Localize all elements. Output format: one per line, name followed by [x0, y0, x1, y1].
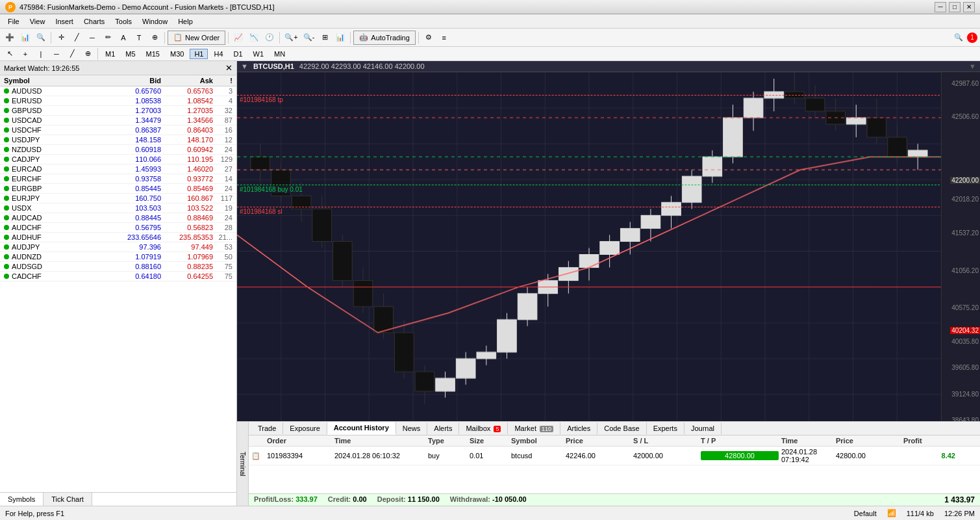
menu-charts[interactable]: Charts	[79, 16, 110, 27]
mw-row-usdchf[interactable]: USDCHF 0.86387 0.86403 16	[0, 125, 236, 135]
tab-account-history[interactable]: Account History	[327, 422, 396, 435]
tf-m15[interactable]: M15	[142, 49, 164, 59]
tf-mn[interactable]: MN	[270, 49, 290, 59]
text-button[interactable]: A	[116, 31, 131, 45]
mw-row-eurusd[interactable]: EURUSD 1.08538 1.08542 4	[0, 96, 236, 106]
mw-row-eurjpy[interactable]: EURJPY 160.750 160.867 117	[0, 194, 236, 203]
mw-row-eurcad[interactable]: EURCAD 1.45993 1.46020 27	[0, 164, 236, 174]
menu-view[interactable]: View	[25, 16, 51, 27]
tab-alerts[interactable]: Alerts	[427, 422, 459, 434]
mw-row-audusd[interactable]: AUDUSD 0.65760 0.65763 3	[0, 86, 236, 96]
cursor-tool[interactable]: ↖	[3, 47, 17, 61]
mw-row-audnzd[interactable]: AUDNZD 1.07919 1.07969 50	[0, 252, 236, 262]
mw-row-audjpy[interactable]: AUDJPY 97.396 97.449 53	[0, 242, 236, 252]
tab-exposure[interactable]: Exposure	[283, 422, 327, 434]
tab-market[interactable]: Market 110	[508, 422, 560, 434]
mw-row-usdjpy[interactable]: USDJPY 148.158 148.170 12	[0, 135, 236, 145]
hline2-tool[interactable]: ─	[49, 47, 64, 61]
zoom-in2-button[interactable]: 🔍+	[283, 31, 299, 45]
settings-button[interactable]: ⚙	[421, 31, 436, 45]
market-watch-close[interactable]: ✕	[225, 63, 232, 73]
tab-symbols[interactable]: Symbols	[0, 493, 44, 506]
zoom-in-button[interactable]: 🔍	[34, 31, 48, 45]
tf-w1[interactable]: W1	[249, 49, 269, 59]
mw-row-audcad[interactable]: AUDCAD 0.88445 0.88469 24	[0, 213, 236, 223]
history-button[interactable]: 🕐	[262, 31, 277, 45]
symbol-dot	[4, 147, 9, 152]
close-button[interactable]: ✕	[963, 2, 975, 12]
col-spread: !	[213, 77, 232, 84]
menu-file[interactable]: File	[3, 16, 25, 27]
tf-m30[interactable]: M30	[166, 49, 188, 59]
draw-button[interactable]: ⊕	[147, 31, 162, 45]
tab-articles[interactable]: Articles	[560, 422, 597, 434]
mw-row-audsgd[interactable]: AUDSGD 0.88160 0.88235 75	[0, 262, 236, 272]
tf-h4[interactable]: H4	[209, 49, 227, 59]
terminal-toggle[interactable]: Terminal	[237, 422, 249, 506]
bid-value: 148.158	[109, 136, 161, 144]
hline-button[interactable]: ─	[85, 31, 99, 45]
mw-row-nzdusd[interactable]: NZDUSD 0.60918 0.60942 24	[0, 145, 236, 155]
pencil-button[interactable]: ✏	[101, 31, 115, 45]
credit-label: Credit: 0.00	[328, 495, 367, 504]
zoom-out-button[interactable]: 🔍-	[301, 31, 317, 45]
tab-experts[interactable]: Experts	[647, 422, 685, 434]
menu-help[interactable]: Help	[173, 16, 198, 27]
sell-button[interactable]: 📉	[247, 31, 261, 45]
mw-row-eurgbp[interactable]: EURGBP 0.85445 0.85469 24	[0, 184, 236, 194]
vline-tool[interactable]: |	[34, 47, 48, 61]
menu-tools[interactable]: Tools	[110, 16, 137, 27]
new-chart-button[interactable]: ➕	[3, 31, 17, 45]
crosshair-button[interactable]: ✛	[54, 31, 68, 45]
menu-window[interactable]: Window	[137, 16, 173, 27]
mw-row-usdx[interactable]: USDX 103.503 103.522 19	[0, 203, 236, 213]
ask-value: 1.07969	[161, 253, 213, 261]
menu-insert[interactable]: Insert	[50, 16, 79, 27]
mw-row-eurchf[interactable]: EURCHF 0.93758 0.93772 14	[0, 174, 236, 184]
tf-d1[interactable]: D1	[229, 49, 247, 59]
minimize-button[interactable]: ─	[935, 2, 946, 12]
diagonal-tool[interactable]: ╱	[65, 47, 79, 61]
autotrading-button[interactable]: 🤖 AutoTrading	[353, 31, 416, 45]
symbol-cell: CADJPY	[4, 155, 109, 163]
indicators-button[interactable]: 📊	[333, 31, 347, 45]
buy-button[interactable]: 📈	[231, 31, 245, 45]
new-order-button[interactable]: 📋 New Order	[168, 31, 225, 45]
text2-button[interactable]: T	[132, 31, 146, 45]
maximize-button[interactable]: □	[949, 2, 961, 12]
line-button[interactable]: ╱	[69, 31, 84, 45]
tab-codebase[interactable]: Code Base	[597, 422, 646, 434]
timeframe-bar: ↖ + | ─ ╱ ⊕ M1 M5 M15 M30 H1 H4 D1 W1 MN	[0, 47, 980, 61]
spread-value: 24	[213, 146, 232, 153]
tab-tick-chart[interactable]: Tick Chart	[44, 493, 92, 506]
tab-news[interactable]: News	[396, 422, 428, 434]
grid-button[interactable]: ⊞	[318, 31, 332, 45]
credit-text: Credit:	[328, 495, 353, 503]
tab-trade[interactable]: Trade	[251, 422, 283, 434]
col-ask: Ask	[161, 77, 213, 84]
mw-row-audhuf[interactable]: AUDHUF 233.65646 235.85353 21...	[0, 233, 236, 242]
tab-journal[interactable]: Journal	[685, 422, 722, 434]
candlestick-chart[interactable]	[237, 72, 980, 421]
symbol-name: USDCAD	[12, 116, 42, 124]
bid-value: 0.60918	[109, 146, 161, 153]
mw-row-cadjpy[interactable]: CADJPY 110.066 110.195 129	[0, 155, 236, 164]
bid-value: 1.34479	[109, 116, 161, 124]
bid-value: 110.066	[109, 155, 161, 163]
search-button[interactable]: 🔍	[951, 31, 966, 45]
mw-row-gbpusd[interactable]: GBPUSD 1.27003 1.27035 32	[0, 106, 236, 116]
chart-menu-button[interactable]: ≡	[437, 31, 451, 45]
tf-h1[interactable]: H1	[190, 49, 208, 59]
tf-m5[interactable]: M5	[121, 49, 140, 59]
mw-row-cadchf[interactable]: CADCHF 0.64180 0.64255 75	[0, 272, 236, 281]
withdrawal-text: Withdrawal:	[450, 495, 492, 503]
mw-row-audchf[interactable]: AUDCHF 0.56795 0.56823 28	[0, 223, 236, 233]
price-42506: 42506.60	[951, 113, 979, 120]
plus-tool[interactable]: +	[18, 47, 32, 61]
multi-tool[interactable]: ⊕	[81, 47, 95, 61]
tab-mailbox[interactable]: Mailbox 5	[459, 422, 508, 434]
mw-row-usdcad[interactable]: USDCAD 1.34479 1.34566 87	[0, 116, 236, 125]
row-symbol: btcusd	[511, 452, 563, 460]
chart-type-button[interactable]: 📊	[18, 31, 32, 45]
tf-m1[interactable]: M1	[101, 49, 119, 59]
